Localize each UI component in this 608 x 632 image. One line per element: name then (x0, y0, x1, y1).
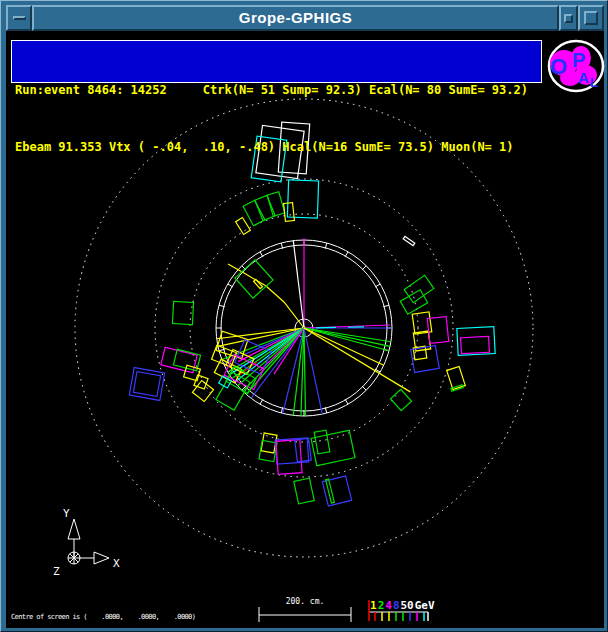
energy-legend-labels: 124850GeV (370, 599, 435, 612)
event-info-panel: Run:event 8464: 14252 Ctrk(N= 51 Sump= 9… (11, 40, 542, 83)
window-title[interactable]: Grope-GPHIGS (32, 5, 559, 31)
legend-digit: 8 (393, 599, 400, 612)
window-menu-button[interactable] (6, 5, 32, 31)
app-window[interactable]: Grope-GPHIGS O P A L Y X Z Ru (0, 0, 608, 632)
legend-digit: 4 (385, 599, 392, 612)
maximize-icon (584, 11, 598, 25)
info-line1: Run:event 8464: 14252 Ctrk(N= 51 Sump= 9… (15, 81, 541, 100)
centre-of-screen-text: Centre of screen is ( .0000, .0000, .000… (11, 613, 195, 621)
scale-bar-label: 200. cm. (259, 597, 351, 606)
titlebar[interactable]: Grope-GPHIGS (6, 5, 604, 31)
legend-digit: 1 (370, 599, 377, 612)
info-line2: Ebeam 91.353 Vtx ( -.04, .10, -.48) Hcal… (15, 138, 541, 157)
legend-digit: 2 (378, 599, 385, 612)
legend-digit: 50 (401, 599, 414, 612)
minimize-button[interactable] (559, 5, 578, 31)
window-menu-icon (13, 16, 26, 20)
legend-digit: GeV (415, 599, 435, 612)
maximize-button[interactable] (578, 5, 604, 31)
minimize-icon (564, 14, 573, 23)
